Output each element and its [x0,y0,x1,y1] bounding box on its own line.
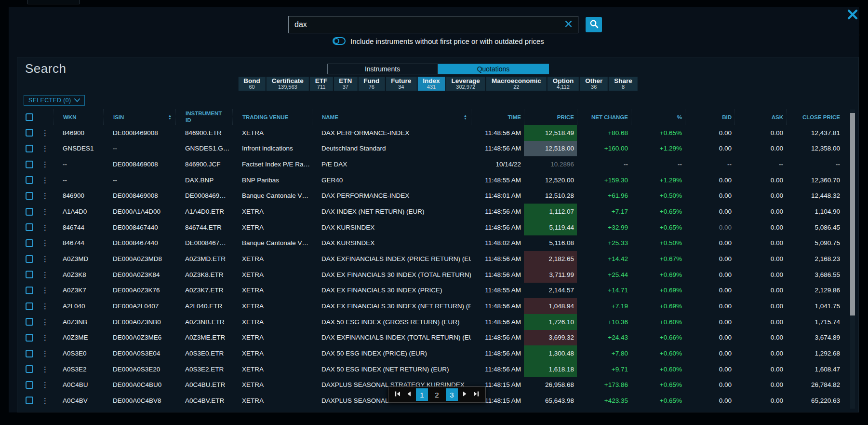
row-checkbox[interactable] [26,287,33,294]
row-checkbox[interactable] [26,161,33,168]
column-header-price[interactable]: PRICE [524,109,577,125]
table-row[interactable]: ⋮ 846744 DE0008467440 DE0008467… Banque … [17,235,858,251]
row-menu-icon[interactable]: ⋮ [41,145,49,152]
column-header-net-change[interactable]: NET CHANGE [577,109,631,125]
row-checkbox[interactable] [26,350,33,357]
column-header-name[interactable]: NAME▲▼ [312,109,471,125]
select-all-checkbox[interactable] [26,113,33,121]
category-tab-option[interactable]: Option 4,112 [548,77,579,91]
row-checkbox[interactable] [26,255,33,263]
row-checkbox[interactable] [26,239,33,247]
row-menu-icon[interactable]: ⋮ [41,224,49,231]
category-tab-fund[interactable]: Fund 76 [358,77,385,91]
previous-page-button[interactable] [405,390,413,399]
page-button-2[interactable]: 2 [431,388,443,401]
clear-search-button[interactable] [559,20,578,29]
row-checkbox[interactable] [26,365,33,373]
column-header-isin[interactable]: ISIN▲▼ [103,109,175,125]
row-menu-icon[interactable]: ⋮ [41,271,49,278]
vertical-scrollbar[interactable] [850,110,855,409]
cell-isin: DE000A2L0407 [103,298,175,314]
category-tab-index[interactable]: Index 431 [417,77,445,91]
row-menu-icon[interactable]: ⋮ [41,350,49,357]
row-checkbox[interactable] [26,145,33,152]
column-header-percent[interactable]: % [631,109,685,125]
cell-price: 5,116.08 [524,235,577,251]
row-menu-icon[interactable]: ⋮ [41,318,49,326]
row-checkbox[interactable] [26,223,33,231]
category-tab-certificate[interactable]: Certificate 139,563 [267,77,309,91]
close-button[interactable] [845,8,860,22]
sort-icon[interactable]: ▲▼ [168,114,172,120]
first-page-button[interactable] [393,390,402,399]
category-tab-share[interactable]: Share 8 [609,77,638,91]
table-row[interactable]: ⋮ -- DE0008469008 846900.JCF Factset Ind… [17,156,858,172]
row-menu-icon[interactable]: ⋮ [41,192,49,199]
category-tab-leverage[interactable]: Leverage 302,972 [446,77,485,91]
category-tab-etf[interactable]: ETF 711 [310,77,333,91]
column-header-close-price[interactable]: CLOSE PRICE [786,109,843,125]
category-tab-etn[interactable]: ETN 37 [334,77,357,91]
row-menu-icon[interactable]: ⋮ [41,397,49,404]
row-checkbox[interactable] [26,129,33,137]
category-tab-bond[interactable]: Bond 60 [238,77,266,91]
sort-icon[interactable]: ▲▼ [464,114,467,120]
row-menu-icon[interactable]: ⋮ [41,161,49,168]
outdated-prices-toggle[interactable] [333,37,346,45]
search-button[interactable] [586,17,602,32]
row-menu-icon[interactable]: ⋮ [41,129,49,137]
table-row[interactable]: ⋮ GNSDES1 -- GNSDES1.G… Infront indicati… [17,141,858,157]
selected-dropdown[interactable]: SELECTED (0) [24,95,85,106]
column-header-instrument-id[interactable]: INSTRUMENT ID [175,109,232,125]
row-menu-icon[interactable]: ⋮ [41,208,49,215]
row-checkbox[interactable] [26,192,33,200]
table-row[interactable]: ⋮ -- -- DAX.BNP BNP Paribas GER40 11:48:… [17,172,858,188]
row-checkbox[interactable] [26,397,33,404]
row-checkbox[interactable] [26,381,33,389]
tab-instruments[interactable]: Instruments [327,64,438,74]
table-row[interactable]: ⋮ 846744 DE0008467440 846744.ETR XETRA D… [17,219,858,235]
row-menu-icon[interactable]: ⋮ [41,302,49,310]
next-page-button[interactable] [461,390,468,399]
scrollbar-thumb[interactable] [850,113,855,315]
table-row[interactable]: ⋮ 846900 DE0008469008 DE0008469… Banque … [17,188,858,204]
row-checkbox[interactable] [26,271,33,278]
row-menu-icon[interactable]: ⋮ [41,334,49,341]
category-tab-macroeconomic[interactable]: Macroeconomic 22 [486,77,547,91]
row-checkbox[interactable] [26,334,33,342]
search-input[interactable] [289,20,559,29]
row-checkbox[interactable] [26,302,33,310]
row-menu-icon[interactable]: ⋮ [41,366,49,373]
table-row[interactable]: ⋮ A2L040 DE000A2L0407 A2L040.ETR XETRA D… [17,298,858,314]
table-row[interactable]: ⋮ A0Z3K7 DE000A0Z3K76 A0Z3K7.ETR XETRA D… [17,283,858,299]
row-menu-icon[interactable]: ⋮ [41,287,49,294]
row-checkbox[interactable] [26,318,33,326]
table-row[interactable]: ⋮ A0Z3MD DE000A0Z3MD8 A0Z3MD.ETR XETRA D… [17,251,858,267]
tab-quotations[interactable]: Quotations [438,64,549,74]
table-row[interactable]: ⋮ A0S3E0 DE000A0S3E04 A0S3E0.ETR XETRA D… [17,345,858,361]
row-checkbox[interactable] [26,176,33,184]
table-row[interactable]: ⋮ 846900 DE0008469008 846900.ETR XETRA D… [17,125,858,141]
page-button-3[interactable]: 3 [446,388,458,401]
table-row[interactable]: ⋮ A0Z3ME DE000A0Z3ME6 A0Z3ME.ETR XETRA D… [17,330,858,346]
category-tab-other[interactable]: Other 36 [580,77,608,91]
page-button-1[interactable]: 1 [416,388,428,401]
table-row[interactable]: ⋮ A0Z3K8 DE000A0Z3K84 A0Z3K8.ETR XETRA D… [17,267,858,283]
column-header-wkn[interactable]: WKN [53,109,103,125]
table-row[interactable]: ⋮ A1A4D0 DE000A1A4D00 A1A4D0.ETR XETRA D… [17,204,858,219]
column-header-time[interactable]: TIME [471,109,524,125]
row-checkbox[interactable] [26,208,33,216]
column-header-trading-venue[interactable]: TRADING VENUE [232,109,312,125]
category-tab-future[interactable]: Future 34 [386,77,416,91]
table-row[interactable]: ⋮ A0Z3NB DE000A0Z3NB0 A0Z3NB.ETR XETRA D… [17,314,858,330]
row-menu-icon[interactable]: ⋮ [41,255,49,262]
column-header-bid[interactable]: BID [685,109,734,125]
row-menu-icon[interactable]: ⋮ [41,381,49,388]
page-numbers: 123 [416,388,458,401]
category-label: Future [391,77,411,84]
row-menu-icon[interactable]: ⋮ [41,239,49,247]
row-menu-icon[interactable]: ⋮ [41,177,49,184]
last-page-button[interactable] [472,390,481,399]
table-row[interactable]: ⋮ A0S3E2 DE000A0S3E20 A0S3E2.ETR XETRA D… [17,361,858,377]
column-header-ask[interactable]: ASK [734,109,786,125]
